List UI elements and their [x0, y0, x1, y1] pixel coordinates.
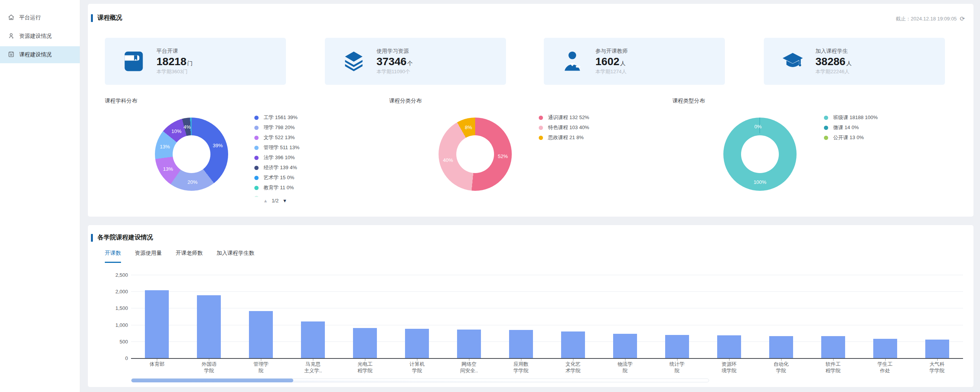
donut-chart-subject: 39%20%13%13%10%4% [155, 118, 228, 191]
journal-icon [8, 51, 15, 59]
course-overview-panel: 课程概况 截止：2024.12.18 19:09:05 ⟳ 平台开课 18218… [88, 4, 973, 217]
legend-item[interactable]: 工学 1561 39% [254, 113, 355, 123]
donut-slice-label: 100% [753, 179, 766, 185]
legend-item[interactable]: 公开课 13 0% [824, 133, 878, 143]
legend-item[interactable]: 经济学 139 4% [254, 163, 355, 173]
legend-label: 工学 1561 39% [264, 114, 298, 121]
sidebar-item-label: 课程建设情况 [19, 51, 52, 58]
legend-item[interactable]: 法学 396 10% [254, 153, 355, 163]
stat-value: 37346 [377, 56, 407, 67]
sidebar-item-label: 平台运行 [19, 14, 41, 21]
legend-dot [254, 186, 259, 190]
donut-chart-category: 52%40%8% [439, 118, 512, 191]
legend-label: 通识课程 132 52% [548, 114, 589, 121]
teacher-icon [561, 50, 584, 72]
bar [769, 336, 793, 358]
donut-slice-label: 0% [755, 124, 762, 130]
legend-category: 通识课程 132 52%特色课程 103 40%思政课程 21 8% [539, 113, 589, 143]
legend-dot [824, 126, 828, 130]
x-axis-category-label: 自动化 学院 [762, 361, 800, 374]
bar [613, 334, 637, 358]
bar [665, 335, 689, 358]
legend-item-clipped [254, 193, 355, 197]
x-axis-category-label: 统计学 院 [658, 361, 696, 374]
refresh-icon[interactable]: ⟳ [960, 16, 965, 22]
x-axis-category-label: 管理学 院 [242, 361, 280, 374]
gridline [131, 275, 963, 275]
sidebar-item-course-construction[interactable]: 课程建设情况 [0, 46, 80, 63]
legend-item[interactable]: 通识课程 132 52% [539, 113, 589, 123]
y-axis-label: 1,500 [89, 305, 128, 311]
stat-unit: 人 [620, 60, 625, 66]
x-axis-category-label: 马克思 主义学.. [294, 361, 332, 374]
donut-slice-label: 8% [465, 124, 472, 130]
legend-dot [539, 126, 543, 130]
stat-label: 加入课程学生 [815, 48, 852, 55]
stat-value: 18218 [156, 56, 187, 67]
bar [353, 328, 377, 358]
chart-scrollbar-thumb[interactable] [131, 379, 293, 382]
legend-item[interactable]: 管理学 511 13% [254, 143, 355, 153]
donut-hole [173, 135, 210, 173]
donut-hole [741, 135, 779, 173]
sidebar-item-platform-run[interactable]: 平台运行 [0, 9, 80, 26]
bar [145, 290, 169, 358]
stat-unit: 门 [187, 60, 193, 66]
legend-dot [254, 146, 259, 150]
stat-value: 1602 [595, 56, 619, 67]
legend-page-up-icon[interactable]: ▲ [263, 198, 268, 204]
legend-dot [254, 196, 259, 197]
stat-value: 38286 [815, 56, 846, 67]
donut-slice-label: 13% [160, 144, 170, 150]
legend-label: 理学 798 20% [264, 124, 295, 131]
legend-item[interactable]: 微课 14 0% [824, 123, 878, 133]
legend-label: 管理学 511 13% [264, 144, 299, 151]
gridline [131, 308, 963, 308]
bar [873, 339, 897, 358]
legend-label: 公开课 13 0% [833, 134, 864, 141]
bar [197, 295, 221, 358]
bar [301, 321, 325, 358]
bar [457, 330, 481, 358]
chart-scrollbar-track[interactable] [131, 379, 709, 382]
legend-item[interactable]: 班级课 18188 100% [824, 113, 878, 123]
legend-item[interactable]: 特色课程 103 40% [539, 123, 589, 133]
y-axis-label: 1,000 [89, 322, 128, 328]
bar-chart: 2,5002,0001,5001,0005000体育部外国语 学院管理学 院马克… [88, 225, 973, 387]
stat-unit: 人 [846, 60, 852, 66]
user-icon [8, 32, 15, 40]
legend-item[interactable]: 理学 798 20% [254, 123, 355, 133]
bar [561, 331, 585, 358]
stat-label: 平台开课 [156, 48, 193, 55]
x-axis-category-label: 应用数 学学院 [502, 361, 540, 374]
graduate-icon [782, 50, 804, 72]
legend-label: 经济学 139 4% [264, 164, 297, 171]
legend-label: 法学 396 10% [264, 154, 295, 161]
legend-dot [539, 136, 543, 140]
title-accent-bar [91, 14, 93, 22]
stat-card-teachers: 参与开课教师 1602人 本学期1274人 [544, 38, 725, 85]
sidebar-item-resource-construction[interactable]: 资源建设情况 [0, 28, 80, 45]
legend-dot [254, 116, 259, 120]
x-axis-category-label: 文化艺 术学院 [554, 361, 592, 374]
legend-label: 文学 522 13% [264, 134, 295, 141]
panel-header: 课程概况 [91, 14, 122, 22]
legend-page-down-icon[interactable]: ▼ [282, 198, 287, 204]
legend-item[interactable]: 艺术学 15 0% [254, 173, 355, 183]
x-axis-category-label: 资源环 境学院 [710, 361, 748, 374]
legend-item[interactable]: 教育学 11 0% [254, 183, 355, 193]
colleges-panel: 各学院课程建设情况 开课数 资源使用量 开课老师数 加入课程学生数 2,5002… [88, 225, 973, 387]
legend-item[interactable]: 思政课程 21 8% [539, 133, 589, 143]
deadline-text: 截止：2024.12.18 19:09:05 [896, 15, 956, 22]
stat-label: 参与开课教师 [595, 48, 628, 55]
layers-icon [343, 50, 365, 72]
stat-sub: 本学期1274人 [595, 68, 628, 75]
legend-page-indicator: 1/2 [272, 198, 279, 204]
home-icon [8, 14, 15, 22]
donut-slice-label: 4% [183, 124, 191, 130]
legend-item[interactable]: 文学 522 13% [254, 133, 355, 143]
legend-label: 特色课程 103 40% [548, 124, 589, 131]
bar [717, 335, 741, 358]
legend-dot [254, 156, 259, 160]
chart-title-category-distribution: 课程分类分布 [389, 98, 422, 104]
